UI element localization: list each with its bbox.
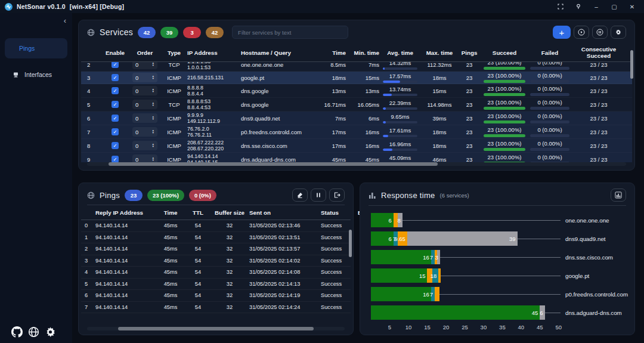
col-type[interactable]: Type bbox=[161, 50, 187, 56]
ip-address-cell: 1.1.1.1:531.0.0.1:53 bbox=[187, 62, 241, 70]
x-axis-tick: 15 bbox=[424, 324, 431, 330]
services-settings-button[interactable] bbox=[611, 26, 626, 39]
ping-row[interactable]: 094.140.14.1445ms543231/05/2025 02:13:46… bbox=[81, 220, 351, 232]
chart-bar-row[interactable]: 679.6539dns9.quad9.net bbox=[371, 231, 626, 246]
col-time[interactable]: Time bbox=[312, 50, 346, 56]
clear-pings-button[interactable] bbox=[292, 189, 308, 202]
chart-x-axis: 5101520253035404550 bbox=[371, 324, 561, 332]
website-globe-icon[interactable] bbox=[27, 326, 40, 338]
enable-checkbox[interactable]: ✓ bbox=[112, 142, 119, 149]
failed-cell: 0 (0.00%) bbox=[528, 113, 571, 123]
pause-ping-list-button[interactable] bbox=[311, 189, 326, 202]
enable-checkbox[interactable]: ✓ bbox=[112, 128, 119, 135]
chart-options-button[interactable] bbox=[611, 189, 626, 202]
col-enable[interactable]: Enable bbox=[101, 50, 129, 56]
col-status[interactable]: Status bbox=[321, 209, 358, 216]
order-stepper[interactable]: 0▲▼ bbox=[132, 141, 157, 150]
service-row[interactable]: 5✓0▲▼TCP8.8.8.8:538.8.4.4:53dns.google16… bbox=[81, 98, 632, 112]
ping-row[interactable]: 394.140.14.1445ms543231/05/2025 02:14:02… bbox=[81, 255, 351, 267]
add-service-button[interactable]: + bbox=[553, 26, 571, 39]
order-stepper[interactable]: 0▲▼ bbox=[132, 127, 157, 137]
start-pings-button[interactable] bbox=[574, 26, 589, 39]
chart-bar-row[interactable]: 167p0.freedns.controld.com bbox=[371, 287, 626, 301]
sidebar-item-label: Pings bbox=[19, 45, 35, 52]
succeed-cell: 23 (100.00%) bbox=[481, 72, 528, 83]
failed-cell: 0 (0.00%) bbox=[528, 99, 571, 110]
pings-table-body: 094.140.14.1445ms543231/05/2025 02:13:46… bbox=[81, 220, 351, 314]
chart-bar-row[interactable]: 1673dns.sse.cisco.com bbox=[371, 250, 626, 264]
chart-bar-label: one.one.one.one bbox=[561, 217, 633, 224]
chart-bar-row[interactable]: 1518google.pt bbox=[371, 268, 626, 283]
x-axis-tick: 10 bbox=[405, 324, 412, 330]
order-stepper[interactable]: 0▲▼ bbox=[132, 100, 157, 109]
github-icon[interactable] bbox=[11, 326, 23, 338]
order-stepper[interactable]: 0▲▼ bbox=[132, 86, 157, 95]
service-row[interactable]: 2✓0▲▼TCP1.1.1.1:531.0.0.1:53one.one.one.… bbox=[81, 62, 632, 72]
pings-panel: Pings 23 23 (100%) 0 (0%) Reply IP Addre… bbox=[78, 183, 354, 335]
succeed-cell: 23 (100.00%) bbox=[481, 62, 528, 70]
sidebar-item-pings[interactable]: Pings bbox=[5, 38, 67, 58]
ping-row[interactable]: 594.140.14.1445ms543231/05/2025 02:14:13… bbox=[81, 279, 351, 291]
services-vertical-scrollbar[interactable] bbox=[630, 50, 633, 79]
col-pings[interactable]: Pings bbox=[458, 50, 481, 56]
ping-row[interactable]: 794.140.14.1445ms543231/05/2025 02:14:24… bbox=[81, 302, 351, 314]
col-order[interactable]: Order bbox=[129, 50, 161, 56]
ip-address-cell: 94.140.14.1494.140.15.15 bbox=[187, 153, 241, 162]
services-horizontal-scrollbar[interactable] bbox=[87, 162, 626, 166]
col-reply-ip[interactable]: Reply IP Address bbox=[95, 209, 155, 216]
col-min-time[interactable]: Min. time bbox=[346, 50, 379, 56]
col-ip[interactable]: IP Address bbox=[187, 50, 241, 56]
col-buffer-size[interactable]: Buffer size bbox=[210, 209, 249, 216]
col-ttl[interactable]: TTL bbox=[186, 209, 210, 216]
col-hostname[interactable]: Hostname / Query bbox=[241, 50, 312, 56]
chart-bar-row[interactable]: 456dns.adguard-dns.com bbox=[371, 305, 626, 320]
chart-title: Response time bbox=[381, 191, 435, 200]
enable-checkbox[interactable]: ✓ bbox=[112, 62, 119, 68]
col-consecutive-succeed[interactable]: Consecutive Succeed bbox=[571, 46, 626, 59]
service-row[interactable]: 7✓0▲▼ICMP76.76.2.076.76.2.11p0.freedns.c… bbox=[81, 125, 632, 139]
enable-checkbox[interactable]: ✓ bbox=[112, 87, 119, 94]
col-max-time[interactable]: Max. time bbox=[421, 50, 458, 56]
export-pings-button[interactable] bbox=[329, 189, 345, 202]
enable-checkbox[interactable]: ✓ bbox=[112, 115, 119, 122]
col-failed[interactable]: Failed bbox=[528, 50, 571, 56]
ping-row[interactable]: 294.140.14.1445ms543231/05/2025 02:13:57… bbox=[81, 243, 351, 255]
close-button[interactable]: ✕ bbox=[628, 3, 636, 10]
enable-checkbox[interactable]: ✓ bbox=[112, 101, 119, 108]
pin-icon[interactable] bbox=[575, 3, 582, 10]
pings-vertical-scrollbar[interactable] bbox=[349, 230, 352, 257]
services-other-badge: 42 bbox=[206, 27, 224, 38]
avg-time-cell: 22.39ms bbox=[379, 100, 421, 110]
service-row[interactable]: 8✓0▲▼ICMP208.67.222.222208.67.220.220dns… bbox=[81, 139, 632, 153]
service-row[interactable]: 4✓0▲▼ICMP8.8.8.88.8.4.4dns.google13ms13m… bbox=[81, 84, 632, 98]
bar-segment-min: 16 bbox=[371, 250, 431, 264]
service-row[interactable]: 9✓0▲▼ICMP94.140.14.1494.140.15.15dns.adg… bbox=[81, 153, 632, 162]
ping-row[interactable]: 694.140.14.1445ms543231/05/2025 02:14:19… bbox=[81, 290, 351, 302]
service-row[interactable]: 6✓0▲▼ICMP9.9.9.9149.112.112.9dns9.quad9.… bbox=[81, 112, 632, 125]
service-row[interactable]: 3✓0▲▼ICMP216.58.215.131google.pt18ms15ms… bbox=[81, 72, 632, 84]
col-succeed[interactable]: Succeed bbox=[481, 50, 528, 56]
order-stepper[interactable]: 0▲▼ bbox=[132, 73, 157, 82]
pings-horizontal-scrollbar[interactable] bbox=[87, 327, 345, 330]
enable-checkbox[interactable]: ✓ bbox=[112, 156, 119, 162]
filter-services-input[interactable] bbox=[232, 26, 348, 39]
bar-segment-min: 6 bbox=[371, 213, 394, 227]
ping-row[interactable]: 194.140.14.1445ms543231/05/2025 02:13:51… bbox=[81, 232, 351, 244]
col-ping-time[interactable]: Time bbox=[155, 209, 186, 216]
maximize-button[interactable]: ▢ bbox=[611, 3, 618, 10]
col-sent-on[interactable]: Sent on bbox=[249, 209, 321, 216]
order-stepper[interactable]: 0▲▼ bbox=[132, 113, 157, 123]
order-stepper[interactable]: 0▲▼ bbox=[132, 154, 157, 162]
sidebar-collapse-icon[interactable]: ‹ bbox=[64, 18, 66, 24]
col-avg-time[interactable]: Avg. time bbox=[379, 50, 421, 56]
enable-checkbox[interactable]: ✓ bbox=[112, 74, 119, 81]
settings-gear-icon[interactable] bbox=[44, 326, 57, 338]
minimize-button[interactable]: – bbox=[593, 3, 600, 10]
ping-row[interactable]: 494.140.14.1445ms543231/05/2025 02:14:08… bbox=[81, 267, 351, 279]
hostname-cell: dns9.quad9.net bbox=[241, 115, 312, 122]
fullscreen-icon[interactable] bbox=[557, 3, 564, 10]
pause-pings-button[interactable] bbox=[592, 26, 608, 39]
order-stepper[interactable]: 0▲▼ bbox=[132, 62, 157, 69]
chart-bar-row[interactable]: 68one.one.one.one bbox=[371, 213, 626, 227]
sidebar-item-interfaces[interactable]: Interfaces bbox=[5, 64, 67, 85]
